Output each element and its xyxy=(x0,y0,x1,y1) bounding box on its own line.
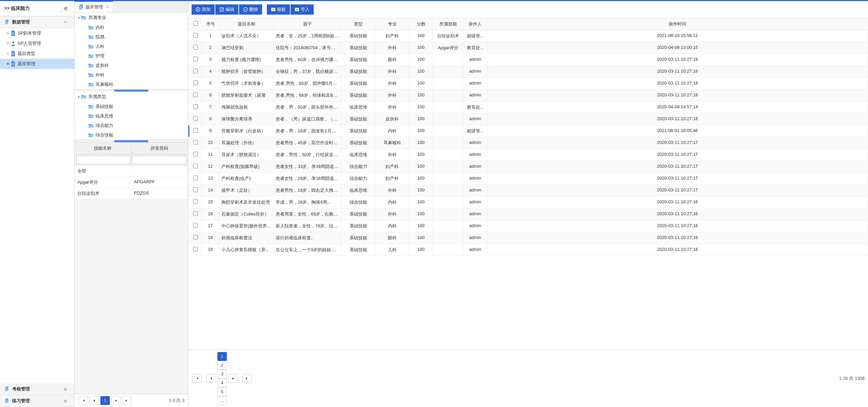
row-checkbox[interactable] xyxy=(193,187,198,192)
import-button[interactable]: 导入 xyxy=(291,4,314,15)
tree-item[interactable]: 综合能力 xyxy=(85,121,188,130)
table-row[interactable]: 18 斜视临床检查法 请行斜视临床检查。 基础技能 眼科 100 admin 2… xyxy=(188,232,868,244)
page-1-button[interactable]: 1 xyxy=(100,396,110,405)
header-time[interactable]: 操作时间 xyxy=(487,18,868,30)
edit-button[interactable]: 编辑 xyxy=(215,4,238,15)
row-checkbox[interactable] xyxy=(193,33,198,38)
row-checkbox[interactable] xyxy=(193,128,198,133)
nav-item[interactable]: SP剧本管理 xyxy=(0,28,74,38)
nav-item[interactable]: SP人员管理 xyxy=(0,38,74,49)
row-checkbox[interactable] xyxy=(193,211,198,216)
row-checkbox[interactable] xyxy=(193,175,198,180)
row-checkbox[interactable] xyxy=(193,57,198,61)
page-...-button[interactable]: ... xyxy=(217,396,227,405)
tab[interactable]: 题库管理✕ xyxy=(75,1,113,12)
table-row[interactable]: 8 淋球菌分离培养 患者，（男）尿道口滴脓，（女... 基础技能 皮肤科 100… xyxy=(188,113,868,125)
skill-filter-code-input[interactable] xyxy=(132,156,186,164)
table-row[interactable]: 2 淋巴结穿刺 住院号：2014060704，床号：1... 基础技能 外科 1… xyxy=(188,42,868,54)
table-row[interactable]: 11 导尿术（膀胱灌注） 患者，男性，60岁，行经尿道膀... 临床思维 外科 … xyxy=(188,149,868,161)
select-all-checkbox[interactable] xyxy=(193,21,198,26)
page-prev-button[interactable] xyxy=(90,396,99,405)
template-button[interactable]: 模板 xyxy=(267,4,290,15)
row-checkbox[interactable] xyxy=(193,104,198,109)
cell-time: 2020-04-09 14:57:14 xyxy=(487,101,868,113)
collapse-sidebar-button[interactable] xyxy=(61,4,70,13)
row-checkbox[interactable] xyxy=(193,69,198,73)
table-row[interactable]: 17 中心静脉置管(肠外营养... 新入院患者，女性，78岁。结肠... 基础技… xyxy=(188,220,868,232)
tree-item[interactable]: 内科 xyxy=(85,23,188,32)
tree-header[interactable]: ▾所属专业 xyxy=(75,13,188,23)
tree-item[interactable]: 外科 xyxy=(85,70,188,80)
page-next-button[interactable] xyxy=(111,396,121,405)
tree-item[interactable]: 综合技能 xyxy=(85,130,188,140)
page-2-button[interactable]: 2 xyxy=(217,361,227,370)
close-icon[interactable]: ✕ xyxy=(106,5,109,9)
table-row[interactable]: 13 产科检查(临产) 患者女性，29岁。孕38周阴道见... 综合能力 妇产科… xyxy=(188,173,868,185)
row-checkbox[interactable] xyxy=(193,45,198,50)
header-stem[interactable]: 题干 xyxy=(274,18,341,30)
header-name[interactable]: 题目名称 xyxy=(219,18,274,30)
row-checkbox[interactable] xyxy=(193,80,198,85)
add-button[interactable]: 添加 xyxy=(192,4,215,15)
page-last-button[interactable] xyxy=(242,374,252,383)
page-prev-button[interactable] xyxy=(206,374,216,383)
skill-row[interactable]: 全部 xyxy=(75,166,188,177)
skill-filter-name-input[interactable] xyxy=(77,156,131,164)
row-checkbox[interactable] xyxy=(193,140,198,145)
page-5-button[interactable]: 5 xyxy=(217,387,227,396)
page-last-button[interactable] xyxy=(122,396,132,405)
header-skill[interactable]: 所属技能 xyxy=(433,18,463,30)
table-row[interactable]: 7 颅脑损伤急救 患者，男，50岁，因头部外伤就... 临床思维 外科 100 … xyxy=(188,101,868,113)
cell-major: 皮肤科 xyxy=(375,113,409,125)
add-label: 添加 xyxy=(202,6,211,13)
table-row[interactable]: 10 耳漏处理（外伤） 患者男性，45岁，高空作业时有... 基础技能 耳鼻喉科… xyxy=(188,137,868,149)
tree-item[interactable]: 儿科 xyxy=(85,42,188,51)
tree-item[interactable]: 皮肤科 xyxy=(85,61,188,70)
table-row[interactable]: 3 视力检查 (视力骤降) 患者男性，60岁，自诉视力骤降... 基础技能 眼科… xyxy=(188,54,868,66)
row-checkbox[interactable] xyxy=(193,92,198,97)
page-first-button[interactable] xyxy=(79,396,88,405)
nav-item[interactable]: 题目类型 xyxy=(0,49,74,59)
table-row[interactable]: 14 拔甲术（足趾） 患者男性，16岁，因右足大拇趾... 临床思维 外科 10… xyxy=(188,185,868,197)
header-score[interactable]: 分数 xyxy=(409,18,433,30)
page-1-button[interactable]: 1 xyxy=(217,352,227,361)
table-row[interactable]: 4 脓肿切开（前臂脓肿） 全继征，男，37岁，既往糖尿病... 基础技能 外科 … xyxy=(188,66,868,78)
nav-section[interactable]: 考核管理 xyxy=(0,383,74,395)
header-type[interactable]: 类型 xyxy=(341,18,375,30)
table-row[interactable]: 16 石膏固定（Colles骨折） 患者周某，女性，65岁，右腕外... 基础技… xyxy=(188,208,868,220)
page-next-button[interactable] xyxy=(228,374,238,383)
page-4-button[interactable]: 4 xyxy=(217,378,227,387)
row-checkbox[interactable] xyxy=(193,164,198,168)
row-checkbox[interactable] xyxy=(193,247,198,252)
page-3-button[interactable]: 3 xyxy=(217,370,227,378)
row-checkbox[interactable] xyxy=(193,116,198,121)
table-row[interactable]: 19 小儿心肺复苏模板（异... 在公交车上，一个9岁的姐姐给5... 基础技能… xyxy=(188,244,868,256)
skill-row[interactable]: 分段诊刮术FDZGS xyxy=(75,188,188,199)
delete-button[interactable]: 删除 xyxy=(239,4,262,15)
table-row[interactable]: 5 气管切开（术前准备） 患者,男性，60岁，因声嘶5月就... 基础技能 外科… xyxy=(188,78,868,90)
row-checkbox[interactable] xyxy=(193,152,198,156)
tree-item[interactable]: 护理 xyxy=(85,51,188,61)
tree-header[interactable]: ▾所属类型 xyxy=(75,92,188,102)
table-row[interactable]: 9 骨髓穿刺术（白血病） 患者，男，18岁，因发热1月入... 基础技能 内科 … xyxy=(188,125,868,137)
header-oper[interactable]: 操作人 xyxy=(463,18,487,30)
nav-section[interactable]: 数据管理 xyxy=(0,16,74,28)
nav-item[interactable]: 题库管理 xyxy=(0,59,74,69)
tree-item[interactable]: 院感 xyxy=(85,32,188,42)
nav-section[interactable]: 练习管理 xyxy=(0,395,74,407)
table-row[interactable]: 15 胸腔穿刺术及并发症处理 李成，男，28岁。胸痛4周... 综合技能 内科 … xyxy=(188,197,868,208)
row-checkbox[interactable] xyxy=(193,199,198,204)
skill-row[interactable]: Apgar评分APGARPF xyxy=(75,177,188,188)
cell-major: 眼科 xyxy=(375,54,409,66)
table-row[interactable]: 6 膀胱穿刺造瘘术（尿潴 患者,男性，68岁，经体检及B超... 基础技能 外科… xyxy=(188,90,868,101)
row-checkbox[interactable] xyxy=(193,235,198,240)
tree-item[interactable]: 基础技能 xyxy=(85,102,188,111)
header-major[interactable]: 专业 xyxy=(375,18,409,30)
header-seq[interactable]: 序号 xyxy=(202,18,219,30)
table-row[interactable]: 1 诊刮术（人流不全） 患者，女，25岁，2周前因B超提... 基础技能 妇产科… xyxy=(188,30,868,42)
page-first-button[interactable] xyxy=(192,374,202,383)
tree-item[interactable]: 耳鼻喉科 xyxy=(85,80,188,89)
row-checkbox[interactable] xyxy=(193,223,198,228)
tree-item[interactable]: 临床思维 xyxy=(85,111,188,121)
table-row[interactable]: 12 产科检查(胎膜早破) 患者女性，33岁。孕39周阴道流... 综合能力 妇… xyxy=(188,161,868,173)
